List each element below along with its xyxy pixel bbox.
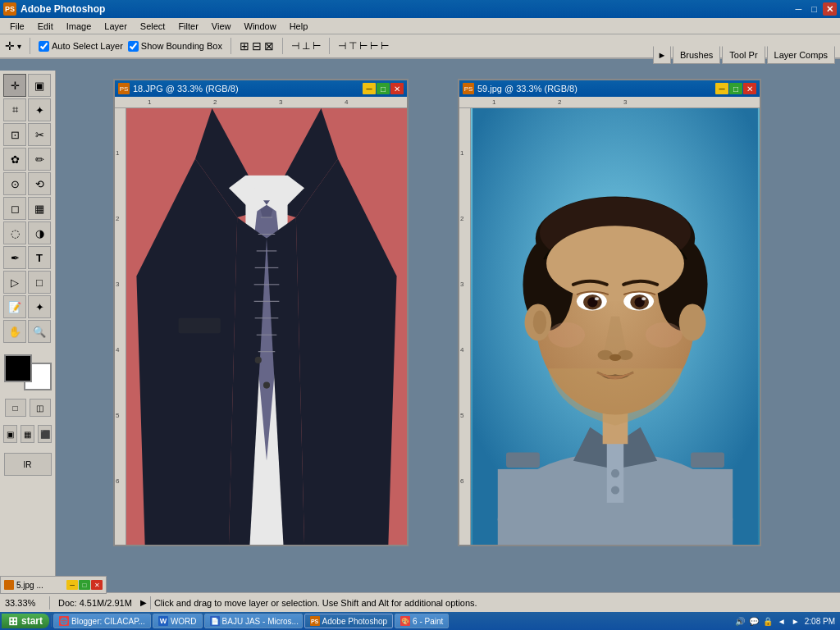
dodge-tool[interactable]: ◑ xyxy=(28,221,51,244)
eraser-tool[interactable]: ◻ xyxy=(3,197,26,220)
doc1-canvas[interactable] xyxy=(126,108,407,545)
panels-toggle-button[interactable]: ► xyxy=(653,46,671,64)
menu-layer[interactable]: Layer xyxy=(98,18,134,34)
tray-icon-3[interactable]: 🔒 xyxy=(762,615,774,627)
eyedropper-tool[interactable]: ✦ xyxy=(28,295,51,318)
jump-imageready-button[interactable]: IR xyxy=(4,453,52,476)
main-content: ✛ ▣ ⌗ ✦ ⊡ ✂ ✿ ✏ ⊙ ⟲ ◻ ▦ ◌ ◑ xyxy=(0,71,840,592)
doc2-maximize[interactable]: □ xyxy=(729,83,742,94)
minimize-button[interactable]: ─ xyxy=(792,2,806,16)
doc1-close[interactable]: ✕ xyxy=(390,83,404,94)
foreground-color[interactable] xyxy=(4,354,32,382)
menu-window[interactable]: Window xyxy=(238,18,283,34)
doc1-maximize[interactable]: □ xyxy=(377,83,390,94)
taskbar-item-baju[interactable]: 📄 BAJU JAS - Micros... xyxy=(204,614,303,628)
doc2-close[interactable]: ✕ xyxy=(743,83,756,94)
tool-row-1: ✛ ▣ xyxy=(3,74,52,97)
svg-point-41 xyxy=(595,297,599,300)
status-bar: 33.33% Doc: 4.51M/2.91M ▶ Click and drag… xyxy=(0,592,840,612)
small-doc-minimize[interactable]: ─ xyxy=(66,580,78,590)
doc1-minimize[interactable]: ─ xyxy=(363,83,376,94)
maximize-button[interactable]: □ xyxy=(807,2,821,16)
doc2-canvas[interactable] xyxy=(471,108,760,545)
small-doc-close[interactable]: ✕ xyxy=(91,580,103,590)
tool-arrow-icon[interactable]: ▾ xyxy=(17,42,21,51)
crop-tool[interactable]: ⊡ xyxy=(3,123,26,146)
menu-file[interactable]: File xyxy=(3,18,31,34)
distribute-icon-5[interactable]: ⊢ xyxy=(381,40,389,52)
brush-tool[interactable]: ✏ xyxy=(28,148,51,171)
menu-help[interactable]: Help xyxy=(283,18,315,34)
taskbar-item-photoshop[interactable]: PS Adobe Photoshop xyxy=(304,614,394,628)
align-icon-2[interactable]: ⊥ xyxy=(302,40,310,52)
taskbar-item-word[interactable]: W WORD xyxy=(153,614,203,628)
shape-tool[interactable]: □ xyxy=(28,271,51,294)
path-selection-tool[interactable]: ▷ xyxy=(3,271,26,294)
taskbar-item-blogger[interactable]: 🌐 Blogger: CILACAP... xyxy=(53,614,151,628)
screen-mode-row: ▣ ▦ ⬛ xyxy=(3,425,52,443)
standard-mode-button[interactable]: □ xyxy=(5,399,26,417)
distribute-icon-3[interactable]: ⊢ xyxy=(359,40,368,52)
move-tool-icon[interactable]: ✛ xyxy=(5,39,15,52)
blur-tool[interactable]: ◌ xyxy=(3,221,26,244)
auto-select-checkbox[interactable] xyxy=(39,41,49,52)
status-hint: Click and drag to move layer or selectio… xyxy=(154,598,835,608)
bounding-box-label[interactable]: Show Bounding Box xyxy=(128,41,222,52)
doc2-title-bar[interactable]: PS 59.jpg @ 33.3% (RGB/8) ─ □ ✕ xyxy=(459,80,760,97)
menu-view[interactable]: View xyxy=(205,18,238,34)
menu-image[interactable]: Image xyxy=(60,18,98,34)
lasso-tool[interactable]: ⌗ xyxy=(3,98,26,121)
doc1-title-bar[interactable]: PS 18.JPG @ 33.3% (RGB/8) ─ □ ✕ xyxy=(115,80,407,97)
move-tool[interactable]: ✛ xyxy=(3,74,26,97)
distribute-icon-2[interactable]: ⊤ xyxy=(349,40,357,52)
doc2-minimize[interactable]: ─ xyxy=(715,83,728,94)
transform-controls: ⊞ ⊟ ⊠ xyxy=(240,39,274,52)
taskbar-item-paint[interactable]: 🎨 6 - Paint xyxy=(395,614,449,628)
tray-icon-1[interactable]: 🔊 xyxy=(734,615,746,627)
screen-mode-3[interactable]: ⬛ xyxy=(38,425,52,443)
small-doc-maximize[interactable]: □ xyxy=(79,580,90,590)
marquee-tool[interactable]: ▣ xyxy=(28,74,51,97)
align-controls: ⊣ ⊥ ⊢ xyxy=(291,40,321,52)
clone-tool[interactable]: ⊙ xyxy=(3,172,26,195)
svg-rect-13 xyxy=(179,318,221,333)
brushes-panel-button[interactable]: Brushes xyxy=(673,46,720,64)
window-controls: ─ □ ✕ xyxy=(792,2,837,16)
distribute-icon-4[interactable]: ⊢ xyxy=(370,40,378,52)
svg-point-50 xyxy=(646,322,682,348)
align-icon-3[interactable]: ⊢ xyxy=(313,40,321,52)
heal-tool[interactable]: ✿ xyxy=(3,148,26,171)
quick-mask-button[interactable]: ◫ xyxy=(30,399,51,417)
bounding-box-checkbox[interactable] xyxy=(128,41,139,52)
notes-tool[interactable]: 📝 xyxy=(3,295,26,318)
doc2-ruler-h: 1 2 3 xyxy=(459,97,760,108)
layer-comps-panel-button[interactable]: Layer Comps xyxy=(767,46,835,64)
auto-select-label[interactable]: Auto Select Layer xyxy=(39,41,123,52)
tray-icon-arrow-right[interactable]: ► xyxy=(790,615,801,627)
menu-edit[interactable]: Edit xyxy=(31,18,60,34)
tool-presets-panel-button[interactable]: Tool Pr xyxy=(722,46,765,64)
gradient-tool[interactable]: ▦ xyxy=(28,197,51,220)
slice-tool[interactable]: ✂ xyxy=(28,123,51,146)
color-area[interactable] xyxy=(4,354,52,390)
zoom-tool[interactable]: 🔍 xyxy=(28,320,51,343)
doc1-win-controls: ─ □ ✕ xyxy=(363,83,404,94)
distribute-icon-1[interactable]: ⊣ xyxy=(338,40,346,52)
pen-tool[interactable]: ✒ xyxy=(3,246,26,269)
tray-icon-2[interactable]: 💬 xyxy=(748,615,760,627)
title-bar: PS Adobe Photoshop ─ □ ✕ xyxy=(0,0,840,18)
start-button[interactable]: ⊞ start xyxy=(2,614,49,628)
options-separator-4 xyxy=(329,38,330,54)
tool-row-6: ◻ ▦ xyxy=(3,197,52,220)
tray-icon-arrow-left[interactable]: ◄ xyxy=(776,615,788,627)
screen-mode-1[interactable]: ▣ xyxy=(3,425,17,443)
history-brush-tool[interactable]: ⟲ xyxy=(28,172,51,195)
magic-wand-tool[interactable]: ✦ xyxy=(28,98,51,121)
align-icon-1[interactable]: ⊣ xyxy=(291,40,299,52)
menu-filter[interactable]: Filter xyxy=(171,18,204,34)
hand-tool[interactable]: ✋ xyxy=(3,320,26,343)
menu-select[interactable]: Select xyxy=(134,18,172,34)
close-button[interactable]: ✕ xyxy=(823,2,837,16)
screen-mode-2[interactable]: ▦ xyxy=(21,425,34,443)
text-tool[interactable]: T xyxy=(28,246,51,269)
